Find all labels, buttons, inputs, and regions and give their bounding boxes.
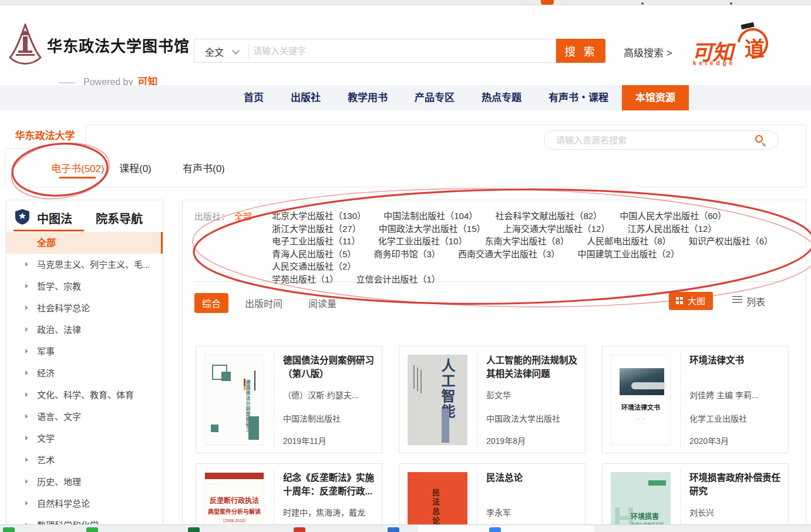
tab-audiobooks[interactable]: 有声书(0) (183, 160, 225, 175)
divider (274, 352, 274, 448)
sidebar-item-social-science[interactable]: 社会科学总论 (6, 297, 163, 319)
book-author: 刘佳娉 主编 李莉... (689, 389, 783, 400)
site-title: 华东政法大学图书馆 (47, 34, 190, 56)
keledge-logo[interactable]: 可知 道 keledge (692, 25, 774, 72)
chevron-down-icon[interactable] (232, 47, 240, 55)
book-cover: ····· · 民法总论 (408, 472, 467, 532)
nav-item-publishers[interactable]: 出版社 (277, 85, 334, 110)
nav-item-hot-topics[interactable]: 热点专题 (468, 85, 535, 110)
advanced-search-link[interactable]: 高级搜索 > (624, 45, 672, 59)
taskbar-icon-green[interactable] (86, 527, 98, 532)
search-button[interactable]: 搜 索 (556, 39, 605, 63)
expand-arrow-icon (25, 305, 28, 310)
book-card[interactable]: H 环境损害 政府补偿责任研究 环境损害政府补偿责任研究 刘长兴 (602, 463, 789, 532)
taskbar-icon-blue[interactable] (489, 527, 501, 532)
sort-publish-date[interactable]: 出版时间 (245, 296, 282, 310)
nav-item-library-resources[interactable]: 本馆资源 (622, 85, 689, 110)
book-card[interactable]: ····· · 民法总论 民法总论 李永军 (399, 463, 585, 532)
nav-item-home[interactable]: 首页 (230, 85, 277, 110)
sidebar-tab-clc[interactable]: 中图法 (37, 210, 72, 227)
expand-arrow-icon (25, 327, 28, 332)
tab-courses[interactable]: 课程(0) (119, 160, 152, 175)
keledge-logo-dao: 道 (745, 33, 765, 62)
taskbar-icon-red[interactable] (294, 527, 305, 532)
book-card[interactable]: 环境法律文书 — · —· · · 环境法律文书 刘佳娉 主编 李莉... 化学… (602, 346, 789, 453)
book-card[interactable]: 德国债法分则案例研习 德国债法分则案例研习（第八版） （德）汉斯·约瑟夫... … (196, 346, 382, 453)
search-scope-select[interactable]: 全文 (205, 45, 224, 59)
publisher-option[interactable]: 东南大学出版社（8） (485, 236, 569, 246)
divider (680, 352, 681, 448)
sidebar-item-military[interactable]: 军事 (6, 341, 163, 362)
book-title: 纪念《反垄断法》实施十周年：反垄断行政... (283, 471, 378, 498)
book-cover: H 环境损害 政府补偿责任研究 (611, 472, 671, 532)
page: { "colors": { "accent": "#ec5b10", "acce… (0, 0, 811, 532)
divider (477, 352, 477, 448)
sidebar-tab-departments[interactable]: 院系导航 (96, 210, 143, 227)
sidebar-item-all[interactable]: 全部 (6, 232, 163, 254)
publisher-option[interactable]: 商务印书馆（3） (374, 249, 440, 259)
tab-ebooks[interactable]: 电子书(502) (51, 160, 105, 175)
publisher-option[interactable]: 知识产权出版社（6） (689, 236, 773, 246)
sort-read-count[interactable]: 阅读量 (308, 296, 336, 310)
taskbar (0, 524, 811, 532)
publisher-option[interactable]: 人民邮电出版社（8） (587, 236, 671, 246)
sidebar-header: 中图法 院系导航 (6, 200, 163, 232)
book-date: 2019年8月 (486, 435, 526, 446)
book-card[interactable]: ··· ····· · ··· 反垄断行政执法 典型案件分析与解读 （2008-… (196, 463, 382, 532)
nav-item-audiobooks-courses[interactable]: 有声书・课程 (535, 85, 622, 110)
organization-tab[interactable]: 华东政法大学 (5, 124, 86, 149)
resource-search-input[interactable] (556, 132, 750, 149)
active-tab-underline (59, 177, 96, 179)
main-navigation: 首页 出版社 教学用书 产品专区 热点专题 有声书・课程 本馆资源 (0, 85, 811, 110)
sidebar-item-economy[interactable]: 经济 (6, 362, 163, 384)
publisher-filter-all[interactable]: 全部 (234, 210, 252, 222)
publisher-option[interactable]: 北京大学出版社（130） (272, 211, 366, 221)
publisher-option[interactable]: 电子工业出版社（11） (272, 236, 361, 246)
expand-arrow-icon (25, 436, 28, 440)
book-cover: 人工智能 (408, 355, 467, 445)
browser-edge-strip (0, 0, 811, 5)
sidebar-item-politics-law[interactable]: 政治、法律 (6, 319, 163, 341)
resource-search-box (544, 130, 779, 150)
sidebar-item-culture-education[interactable]: 文化、科学、教育、体育 (6, 384, 163, 406)
keyword-search-input[interactable] (253, 40, 550, 62)
search-icon[interactable] (755, 135, 763, 143)
view-list-button[interactable]: 列表 (732, 294, 765, 308)
nav-item-product-zone[interactable]: 产品专区 (401, 85, 468, 110)
publisher-option[interactable]: 社会科学文献出版社（82） (495, 211, 602, 221)
publisher-filter-label: 出版社： (194, 210, 230, 222)
sidebar-active-underline (14, 230, 84, 231)
publisher-option[interactable]: 西南交通大学出版社（3） (458, 249, 560, 259)
publisher-option[interactable]: 江苏人民出版社（12） (628, 224, 717, 234)
publisher-option[interactable]: 中国建筑工业出版社（2） (578, 249, 679, 259)
view-grid-button[interactable]: 大图 (669, 292, 713, 310)
taskbar-icon-blue[interactable] (388, 527, 399, 532)
sidebar-item-history-geography[interactable]: 历史、地理 (6, 471, 163, 493)
publisher-option[interactable]: 浙江大学出版社（27） (272, 224, 361, 234)
nav-item-teaching-books[interactable]: 教学用书 (334, 85, 401, 110)
sidebar-item-language[interactable]: 语言、文字 (6, 406, 163, 427)
taskbar-icon-green[interactable] (3, 527, 15, 532)
book-author: 李永军 (486, 506, 580, 518)
publisher-option[interactable]: 学苑出版社（1） (272, 274, 338, 284)
publisher-option[interactable]: 中国法制出版社（104） (383, 211, 477, 221)
taskbar-icon-excel[interactable] (188, 527, 200, 532)
sidebar-item-art[interactable]: 艺术 (6, 449, 163, 471)
publisher-option[interactable]: 化学工业出版社（10） (378, 236, 467, 246)
sort-comprehensive-button[interactable]: 综合 (194, 293, 228, 313)
publisher-option[interactable]: 中国人民大学出版社（60） (620, 211, 726, 221)
publisher-option[interactable]: 上海交通大学出版社（12） (503, 224, 610, 234)
publisher-option[interactable]: 中国政法大学出版社（15） (379, 224, 486, 234)
sidebar-item-marxism[interactable]: 马克思主义、列宁主义、毛... (6, 254, 163, 275)
sidebar-item-natural-science[interactable]: 自然科学总论 (6, 493, 163, 514)
book-title: 德国债法分则案例研习（第八版） (283, 353, 378, 381)
divider (680, 470, 681, 532)
publisher-option[interactable]: 青海人民出版社（5） (272, 249, 356, 259)
publisher-option[interactable]: 人民交通出版社（2） (272, 261, 356, 271)
book-date: 2019年11月 (283, 435, 327, 446)
sidebar-item-philosophy[interactable]: 哲学、宗教 (6, 275, 163, 297)
publisher-option[interactable]: 立信会计出版社（1） (356, 274, 440, 284)
book-cover: ··· ····· · ··· 反垄断行政执法 典型案件分析与解读 （2008-… (204, 472, 264, 532)
sidebar-item-literature[interactable]: 文学 (6, 427, 163, 449)
book-card[interactable]: 人工智能 人工智能的刑法规制及其相关法律问题 彭文华 中国政法大学出版社 201… (399, 346, 585, 453)
